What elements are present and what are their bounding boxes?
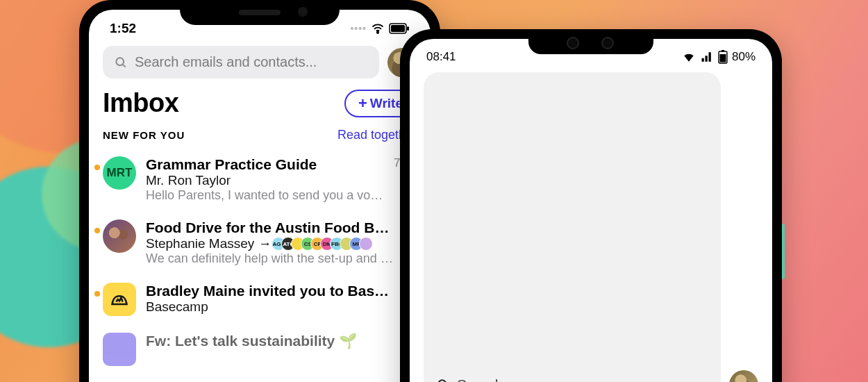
search-input[interactable]: Search bbox=[424, 72, 721, 382]
email-sender: Mr. Ron Taylor bbox=[146, 173, 384, 188]
unread-dot bbox=[94, 165, 100, 170]
svg-rect-7 bbox=[721, 50, 724, 52]
email-row[interactable]: Bradley Maine invited you to Basec... Ba… bbox=[103, 276, 417, 326]
svg-rect-6 bbox=[719, 54, 726, 63]
sender-avatar bbox=[103, 283, 136, 316]
status-time: 1:52 bbox=[110, 21, 136, 36]
sender-avatar bbox=[103, 219, 136, 253]
profile-avatar[interactable] bbox=[729, 370, 758, 382]
arrow-icon: → bbox=[258, 236, 272, 251]
status-time: 08:41 bbox=[426, 50, 456, 64]
email-sender: Basecamp bbox=[146, 299, 394, 315]
svg-point-0 bbox=[377, 32, 378, 33]
wifi-icon bbox=[682, 50, 696, 64]
email-row[interactable]: MRT Grammar Practice Guide Mr. Ron Taylo… bbox=[103, 149, 417, 213]
email-sender: Stephanie Massey → AGC ATC CS CP DM FBC … bbox=[146, 236, 394, 251]
search-icon bbox=[114, 56, 128, 69]
svg-rect-3 bbox=[407, 26, 409, 31]
email-subject: Bradley Maine invited you to Basec... bbox=[146, 283, 394, 299]
email-row[interactable]: Fw: Let's talk sustainability 🌱 bbox=[103, 326, 417, 376]
dots-icon: •••• bbox=[350, 23, 367, 34]
email-row[interactable]: Food Drive for the Austin Food Bank Step… bbox=[103, 213, 417, 276]
wifi-icon bbox=[371, 22, 385, 35]
recipient-chips: AGC ATC CS CP DM FBC MF bbox=[276, 237, 373, 251]
email-preview: Hello Parents, I wanted to send you a vo… bbox=[146, 188, 384, 203]
email-subject: Fw: Let's talk sustainability 🌱 bbox=[146, 333, 417, 349]
section-header: NEW FOR YOU bbox=[103, 129, 185, 141]
svg-rect-2 bbox=[391, 25, 405, 32]
plus-icon: + bbox=[358, 96, 367, 111]
page-title: Imbox bbox=[103, 88, 178, 118]
iphone-device: 1:52 •••• Search emails and contacts... … bbox=[79, 0, 440, 382]
android-device: 08:41 80% Search Screen 5 first-time sen… bbox=[400, 29, 782, 382]
email-subject: Food Drive for the Austin Food Bank bbox=[146, 219, 394, 236]
svg-point-4 bbox=[116, 58, 124, 65]
unread-dot bbox=[94, 291, 100, 297]
battery-icon bbox=[718, 50, 728, 64]
search-input[interactable]: Search emails and contacts... bbox=[103, 46, 379, 78]
sender-avatar: MRT bbox=[103, 156, 136, 190]
email-subject: Grammar Practice Guide bbox=[146, 156, 384, 173]
unread-dot bbox=[94, 228, 100, 233]
email-preview: We can definitely help with the set-up a… bbox=[146, 251, 394, 266]
battery-percent: 80% bbox=[732, 50, 756, 64]
signal-icon bbox=[700, 50, 714, 64]
sender-avatar bbox=[103, 333, 136, 366]
search-icon bbox=[436, 378, 450, 382]
battery-icon bbox=[389, 23, 410, 34]
